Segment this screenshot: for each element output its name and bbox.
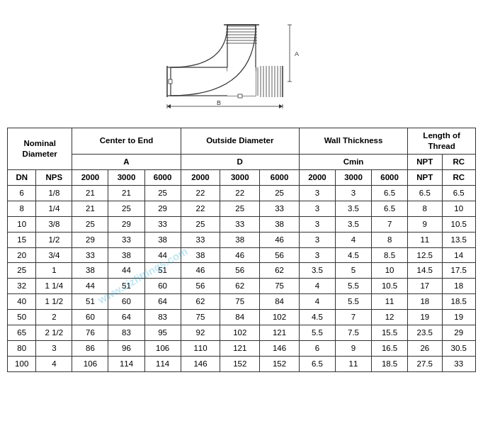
cell-w2000: 4 [299,294,335,310]
cell-npt: 19 [408,310,442,325]
header-cmin: Cmin [299,154,407,169]
cell-nps: 1 1/4 [36,279,72,294]
cell-dn: 6 [8,185,36,201]
cell-nps: 1 1/2 [36,294,72,310]
cell-w2000: 3 [299,232,335,247]
cell-a2000: 29 [72,232,108,247]
cell-a2000: 86 [72,341,108,357]
header-d: D [181,154,299,169]
svg-rect-24 [169,79,172,84]
cell-nps: 1/4 [36,201,72,216]
cell-d3000: 75 [220,294,260,310]
cell-rc: 30.5 [442,341,475,357]
cell-a3000: 21 [108,185,144,201]
header-a3000: 3000 [108,169,144,185]
cell-d6000: 25 [260,185,300,201]
header-a2000: 2000 [72,169,108,185]
cell-a2000: 25 [72,216,108,232]
cell-w6000: 8.5 [372,247,408,263]
cell-d6000: 75 [260,279,300,294]
table-container: www.zizfittings.com Nominal Diameter Cen… [7,128,476,372]
table-row: 321 1/444516056627545.510.51718 [8,279,476,294]
cell-rc: 33 [442,357,475,372]
cell-d6000: 46 [260,232,300,247]
cell-w2000: 6 [299,341,335,357]
svg-rect-2 [227,67,256,96]
fitting-diagram: B A [128,11,355,121]
cell-a6000: 83 [144,310,181,325]
cell-dn: 50 [8,310,36,325]
cell-nps: 1/2 [36,232,72,247]
cell-d3000: 25 [220,201,260,216]
cell-a6000: 29 [144,201,181,216]
header-row-1: Nominal Diameter Center to End Outside D… [8,128,476,155]
cell-d3000: 33 [220,216,260,232]
cell-w6000: 11 [372,294,408,310]
header-w2000: 2000 [299,169,335,185]
cell-nps: 1 [36,263,72,279]
cell-nps: 3/4 [36,247,72,263]
table-row: 401 1/251606462758445.5111818.5 [8,294,476,310]
header-outside-diameter: Outside Diameter [181,128,299,155]
cell-w2000: 3 [299,185,335,201]
cell-a2000: 21 [72,185,108,201]
cell-nps: 4 [36,357,72,372]
header-row-3: DN NPS 2000 3000 6000 2000 3000 6000 200… [8,169,476,185]
cell-d6000: 56 [260,247,300,263]
cell-npt: 17 [408,279,442,294]
cell-d3000: 46 [220,247,260,263]
cell-d6000: 146 [260,341,300,357]
cell-a6000: 51 [144,263,181,279]
cell-d3000: 84 [220,310,260,325]
cell-d2000: 22 [181,185,220,201]
cell-npt: 27.5 [408,357,442,372]
table-body: 61/8212125222225336.56.56.581/4212529222… [8,185,476,371]
cell-a3000: 25 [108,201,144,216]
header-thread-npt: NPT [408,169,442,185]
cell-d2000: 56 [181,279,220,294]
cell-w3000: 5.5 [335,294,371,310]
cell-w2000: 3 [299,201,335,216]
cell-npt: 6.5 [408,185,442,201]
cell-w3000: 5 [335,263,371,279]
cell-d6000: 33 [260,201,300,216]
cell-d2000: 22 [181,201,220,216]
cell-d3000: 62 [220,279,260,294]
cell-w3000: 4.5 [335,247,371,263]
cell-w6000: 7 [372,216,408,232]
cell-a3000: 114 [108,357,144,372]
cell-d2000: 25 [181,216,220,232]
svg-rect-25 [238,94,242,98]
cell-w2000: 3 [299,216,335,232]
cell-w3000: 3.5 [335,201,371,216]
cell-npt: 12.5 [408,247,442,263]
cell-npt: 23.5 [408,325,442,341]
cell-a2000: 106 [72,357,108,372]
table-row: 80386961061101211466916.52630.5 [8,341,476,357]
table-row: 10041061141141461521526.51118.527.533 [8,357,476,372]
header-wall-thickness: Wall Thickness [299,128,407,155]
cell-dn: 40 [8,294,36,310]
header-rc: RC [442,154,475,169]
header-w6000: 6000 [372,169,408,185]
cell-a3000: 83 [108,325,144,341]
cell-w2000: 3.5 [299,263,335,279]
cell-d2000: 110 [181,341,220,357]
cell-a6000: 33 [144,216,181,232]
page-wrapper: B A www.zizfittings.com Nominal Diameter [0,0,483,379]
cell-w2000: 3 [299,247,335,263]
cell-rc: 6.5 [442,185,475,201]
cell-rc: 13.5 [442,232,475,247]
cell-a3000: 51 [108,279,144,294]
cell-a3000: 96 [108,341,144,357]
cell-rc: 10.5 [442,216,475,232]
cell-npt: 9 [408,216,442,232]
table-row: 50260648375841024.57121919 [8,310,476,325]
cell-dn: 10 [8,216,36,232]
cell-a2000: 33 [72,247,108,263]
cell-a3000: 38 [108,247,144,263]
cell-nps: 2 1/2 [36,325,72,341]
cell-w3000: 9 [335,341,371,357]
diagram-area: B A [7,7,476,128]
cell-a2000: 44 [72,279,108,294]
